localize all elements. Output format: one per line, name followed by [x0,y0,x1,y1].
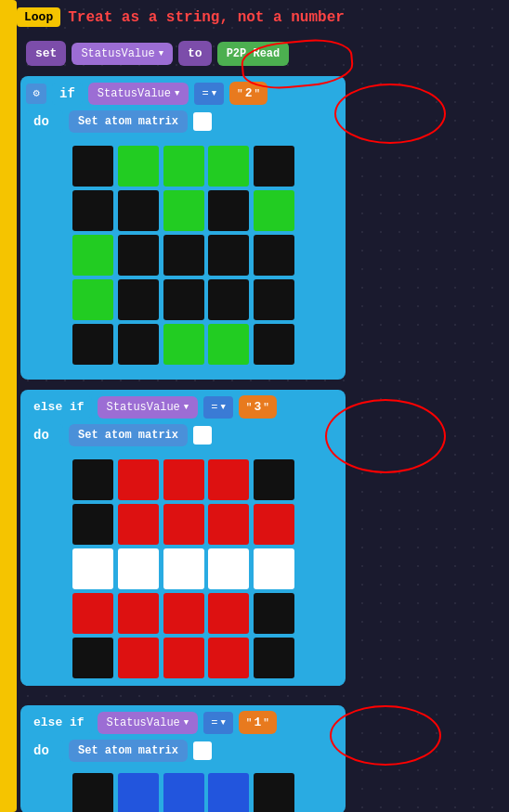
cell [72,548,113,589]
cell [254,504,294,545]
cell [118,548,159,589]
dropdown-arrow-icon: ▼ [184,403,189,412]
set-atom-matrix-3[interactable]: Set atom matrix [69,740,188,762]
elseif2-do-row: do Set atom matrix [26,424,340,446]
loop-title: Treat as a string, not a number [68,9,345,26]
cell [163,459,204,500]
do-row: do Set atom matrix [26,110,340,133]
string-value-1[interactable]: " 1 " [239,711,277,734]
cell [254,773,294,812]
p2p-read-block[interactable]: P2P Read [217,42,290,66]
cell [208,548,249,589]
cell [208,773,249,812]
annotation-circle-2 [334,84,446,144]
dropdown-arrow-icon: ▼ [159,49,163,58]
gear-icon[interactable]: ⚙ [26,84,46,104]
cell [208,235,249,276]
cell [163,773,204,812]
cell [72,190,113,231]
cell [163,190,204,231]
to-block: to [178,41,212,66]
matrix-grid-3 [72,773,295,812]
cell [254,324,294,365]
dropdown-arrow-icon: ▼ [184,718,189,728]
cell [254,190,294,231]
cell [163,593,204,634]
cell [163,638,204,678]
cell [254,638,294,678]
cell [254,279,294,320]
elseif2-label: else if [26,396,92,418]
cell [118,459,159,500]
if-statusvalue-variable[interactable]: StatusValue ▼ [88,83,189,105]
string-value-2[interactable]: " 2 " [229,82,268,105]
string-value-3[interactable]: " 3 " [239,395,277,419]
elseif2-container: else if StatusValue ▼ = ▼ " 3 " do Set a… [20,390,346,686]
color-swatch-1[interactable] [193,112,212,131]
cell [208,146,249,187]
elseif3-statusvalue[interactable]: StatusValue ▼ [98,712,199,734]
set-row: set StatusValue ▼ to P2P Read [26,41,289,66]
cell [118,638,159,678]
cell [118,235,159,276]
set-atom-matrix-2[interactable]: Set atom matrix [69,424,188,446]
cell [254,548,294,589]
cell [118,324,159,365]
matrix-2 [26,452,340,686]
elseif3-row: else if StatusValue ▼ = ▼ " 1 " [26,711,340,734]
cell [208,593,249,634]
cell [118,504,159,545]
matrix-3-partial [26,767,340,812]
cell [118,146,159,187]
cell [72,279,113,320]
set-block[interactable]: set [26,41,66,66]
cell [72,146,113,187]
elseif3-container: else if StatusValue ▼ = ▼ " 1 " do Set a… [20,705,346,812]
cell [254,459,294,500]
cell [72,504,113,545]
if-row: ⚙ if StatusValue ▼ = ▼ " 2 " [26,82,340,105]
cell [254,235,294,276]
elseif3-equals[interactable]: = ▼ [203,712,233,734]
cell [72,638,113,678]
cell [163,504,204,545]
elseif2-statusvalue[interactable]: StatusValue ▼ [98,396,199,419]
cell [72,324,113,365]
dropdown-arrow-icon: ▼ [175,89,179,98]
cell [208,324,249,365]
elseif2-row: else if StatusValue ▼ = ▼ " 3 " [26,395,340,419]
cell [163,324,204,365]
cell [72,235,113,276]
equals-block[interactable]: = ▼ [194,83,224,105]
cell [118,279,159,320]
cell [163,548,204,589]
statusvalue-variable[interactable]: StatusValue ▼ [72,43,173,65]
cell [163,235,204,276]
cell [163,146,204,187]
do-label: do [26,110,63,133]
cell [208,638,249,678]
color-swatch-2[interactable] [193,426,212,445]
cell [118,773,159,812]
equals-dropdown-icon: ▼ [212,89,216,98]
left-bar [0,0,17,812]
elseif3-do-label: do [26,740,63,762]
set-atom-matrix-1[interactable]: Set atom matrix [69,110,188,133]
equals-dropdown-icon: ▼ [220,718,225,728]
loop-badge: Loop [17,7,60,27]
matrix-grid-2 [72,459,295,678]
elseif3-label: else if [26,712,92,733]
elseif2-do-label: do [26,424,63,446]
cell [208,504,249,545]
color-swatch-3[interactable] [193,741,212,760]
if-container: ⚙ if StatusValue ▼ = ▼ " 2 " do Set atom… [20,76,346,380]
elseif3-do-row: do Set atom matrix [26,740,340,762]
cell [72,593,113,634]
cell [208,190,249,231]
cell [254,593,294,634]
cell [163,279,204,320]
cell [208,279,249,320]
cell [118,593,159,634]
elseif2-equals[interactable]: = ▼ [203,396,233,419]
annotation-circle-4 [330,705,441,766]
